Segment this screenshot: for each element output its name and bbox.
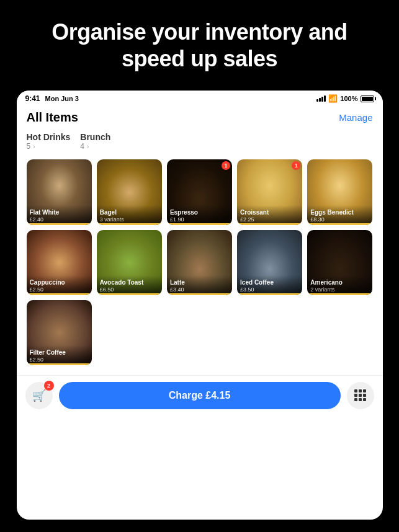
signal-icon bbox=[316, 95, 326, 102]
item-variants: 2 variants bbox=[310, 286, 369, 293]
grid-view-button[interactable] bbox=[347, 382, 374, 409]
cart-icon: 🛒 bbox=[32, 389, 46, 402]
item-card-flat-white[interactable]: Flat White £2.40 bbox=[27, 159, 92, 224]
item-overlay: Avocado Toast £6.50 bbox=[97, 275, 162, 295]
item-card-croissant[interactable]: 1 Croissant £2.25 bbox=[237, 159, 302, 224]
cart-badge: 2 bbox=[44, 381, 54, 391]
item-card-avocado-toast[interactable]: Avocado Toast £6.50 bbox=[97, 230, 162, 295]
chevron-right-icon: › bbox=[87, 143, 89, 150]
item-price: £2.25 bbox=[240, 216, 299, 223]
item-overlay: Filter Coffee £2.50 bbox=[27, 345, 92, 365]
battery-percent: 100% bbox=[340, 95, 357, 102]
hero-section: Organise your inventory and speed up sal… bbox=[0, 0, 399, 91]
item-overlay: Espresso £1.90 bbox=[167, 205, 232, 225]
wifi-icon: 📶 bbox=[328, 94, 338, 103]
item-price: £3.50 bbox=[240, 286, 299, 293]
item-bar bbox=[167, 223, 232, 225]
notification-badge: 1 bbox=[222, 161, 230, 170]
item-bar bbox=[307, 223, 372, 225]
item-name: Cappuccino bbox=[30, 279, 89, 286]
item-overlay: Americano 2 variants bbox=[307, 275, 372, 295]
item-card-iced-coffee[interactable]: Iced Coffee £3.50 bbox=[237, 230, 302, 295]
item-grid: Flat White £2.40 Bagel 3 variants 1 Espr… bbox=[27, 159, 373, 365]
item-card-eggs-benedict[interactable]: Eggs Benedict £8.30 bbox=[307, 159, 372, 224]
item-bar bbox=[237, 293, 302, 295]
item-name: Americano bbox=[310, 279, 369, 286]
item-bar bbox=[167, 293, 232, 295]
cart-button[interactable]: 🛒 2 bbox=[25, 382, 53, 409]
item-card-cappuccino[interactable]: Cappuccino £2.50 bbox=[27, 230, 92, 295]
item-price: £2.50 bbox=[30, 286, 89, 293]
status-bar: 9:41 Mon Jun 3 📶 100% bbox=[17, 91, 383, 105]
item-name: Filter Coffee bbox=[30, 349, 89, 357]
item-name: Latte bbox=[170, 279, 229, 286]
item-overlay: Latte £3.40 bbox=[167, 275, 232, 295]
bottom-bar: 🛒 2 Charge £4.15 bbox=[17, 375, 383, 419]
item-name: Avocado Toast bbox=[100, 279, 159, 286]
item-price: £1.90 bbox=[170, 216, 229, 223]
tab-brunch-count: 4 bbox=[80, 142, 84, 151]
item-bar bbox=[237, 223, 302, 225]
item-overlay: Croissant £2.25 bbox=[237, 205, 302, 225]
item-bar bbox=[307, 293, 372, 295]
charge-button[interactable]: Charge £4.15 bbox=[59, 382, 341, 409]
item-price: £8.30 bbox=[310, 216, 369, 223]
item-bar bbox=[27, 293, 92, 295]
item-price: £2.40 bbox=[30, 216, 89, 223]
tab-hot-drinks-count: 5 bbox=[27, 142, 31, 151]
item-name: Bagel bbox=[100, 209, 159, 216]
item-price: £2.50 bbox=[30, 357, 89, 363]
item-card-bagel[interactable]: Bagel 3 variants bbox=[97, 159, 162, 224]
app-header: All Items Manage bbox=[27, 110, 373, 125]
category-tabs: Hot Drinks 5 › Brunch 4 › bbox=[27, 132, 373, 151]
item-card-latte[interactable]: Latte £3.40 bbox=[167, 230, 232, 295]
item-name: Flat White bbox=[30, 209, 89, 216]
status-date: Mon Jun 3 bbox=[45, 95, 79, 102]
device-frame: 9:41 Mon Jun 3 📶 100% All Items Manage bbox=[17, 91, 383, 520]
grid-dots-icon bbox=[354, 389, 366, 401]
tab-hot-drinks[interactable]: Hot Drinks 5 › bbox=[27, 132, 71, 151]
item-bar bbox=[27, 223, 92, 225]
item-bar bbox=[97, 223, 162, 225]
page-title: All Items bbox=[27, 110, 78, 125]
item-overlay: Eggs Benedict £8.30 bbox=[307, 205, 372, 225]
status-time: 9:41 bbox=[25, 94, 40, 103]
tab-brunch[interactable]: Brunch 4 › bbox=[80, 132, 110, 151]
app-content: All Items Manage Hot Drinks 5 › Brunch 4… bbox=[17, 105, 383, 375]
item-price: £3.40 bbox=[170, 286, 229, 293]
item-overlay: Iced Coffee £3.50 bbox=[237, 275, 302, 295]
item-price: £6.50 bbox=[100, 286, 159, 293]
item-overlay: Flat White £2.40 bbox=[27, 205, 92, 225]
item-name: Iced Coffee bbox=[240, 279, 299, 286]
item-overlay: Cappuccino £2.50 bbox=[27, 275, 92, 295]
notification-badge: 1 bbox=[292, 161, 300, 170]
tab-hot-drinks-label: Hot Drinks bbox=[27, 132, 71, 142]
item-name: Croissant bbox=[240, 209, 299, 216]
hero-title: Organise your inventory and speed up sal… bbox=[37, 19, 362, 72]
item-name: Espresso bbox=[170, 209, 229, 216]
item-bar bbox=[27, 363, 92, 365]
item-card-filter-coffee[interactable]: Filter Coffee £2.50 bbox=[27, 300, 92, 365]
item-variants: 3 variants bbox=[100, 216, 159, 223]
item-overlay: Bagel 3 variants bbox=[97, 205, 162, 225]
manage-button[interactable]: Manage bbox=[339, 112, 372, 123]
battery-icon bbox=[361, 95, 374, 102]
item-card-espresso[interactable]: 1 Espresso £1.90 bbox=[167, 159, 232, 224]
item-card-americano[interactable]: Americano 2 variants bbox=[307, 230, 372, 295]
tab-brunch-label: Brunch bbox=[80, 132, 110, 142]
item-bar bbox=[97, 293, 162, 295]
chevron-right-icon: › bbox=[33, 143, 35, 150]
item-name: Eggs Benedict bbox=[310, 209, 369, 216]
